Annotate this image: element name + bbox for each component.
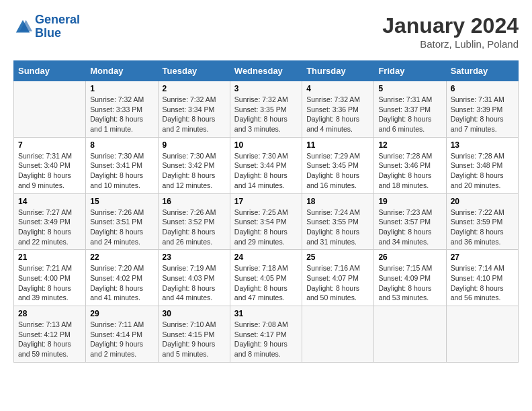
page-header: General Blue January 2024 Batorz, Lublin…: [13, 13, 519, 50]
day-number: 9: [163, 140, 226, 150]
day-number: 26: [378, 253, 441, 262]
calendar-day-cell: 14 Sunrise: 7:27 AMSunset: 3:49 PMDaylig…: [14, 193, 86, 250]
day-number: 6: [451, 84, 514, 93]
day-info: Sunrise: 7:32 AMSunset: 3:36 PMDaylight:…: [306, 95, 369, 134]
day-number: 11: [306, 140, 369, 150]
day-info: Sunrise: 7:18 AMSunset: 4:05 PMDaylight:…: [234, 263, 298, 303]
day-number: 1: [90, 84, 153, 93]
weekday-header-cell: Friday: [374, 61, 446, 81]
day-info: Sunrise: 7:11 AMSunset: 4:14 PMDaylight:…: [90, 320, 153, 359]
day-number: 2: [163, 84, 226, 93]
calendar-day-cell: 23 Sunrise: 7:19 AMSunset: 4:03 PMDaylig…: [158, 250, 230, 306]
day-number: 12: [378, 140, 441, 150]
day-info: Sunrise: 7:10 AMSunset: 4:15 PMDaylight:…: [163, 320, 226, 359]
day-info: Sunrise: 7:13 AMSunset: 4:12 PMDaylight:…: [18, 320, 81, 359]
title-block: January 2024 Batorz, Lublin, Poland: [382, 13, 519, 50]
day-number: 22: [90, 253, 153, 262]
calendar-day-cell: 18 Sunrise: 7:24 AMSunset: 3:55 PMDaylig…: [302, 193, 374, 250]
day-info: Sunrise: 7:26 AMSunset: 3:52 PMDaylight:…: [163, 208, 226, 247]
weekday-header-cell: Wednesday: [230, 61, 302, 81]
weekday-header-cell: Saturday: [446, 61, 518, 81]
day-number: 15: [90, 197, 153, 206]
weekday-header-cell: Monday: [86, 61, 158, 81]
day-info: Sunrise: 7:21 AMSunset: 4:00 PMDaylight:…: [18, 263, 81, 303]
calendar-day-cell: 1 Sunrise: 7:32 AMSunset: 3:33 PMDayligh…: [86, 81, 158, 138]
day-info: Sunrise: 7:15 AMSunset: 4:09 PMDaylight:…: [378, 263, 441, 303]
day-info: Sunrise: 7:19 AMSunset: 4:03 PMDaylight:…: [163, 263, 226, 303]
day-info: Sunrise: 7:24 AMSunset: 3:55 PMDaylight:…: [306, 208, 369, 247]
day-info: Sunrise: 7:30 AMSunset: 3:44 PMDaylight:…: [234, 151, 298, 191]
day-number: 14: [18, 197, 81, 206]
day-info: Sunrise: 7:29 AMSunset: 3:45 PMDaylight:…: [306, 151, 369, 191]
logo: General Blue: [13, 13, 80, 40]
day-number: 24: [234, 253, 298, 262]
day-number: 3: [234, 84, 298, 93]
calendar-day-cell: [374, 306, 446, 363]
calendar-week-row: 14 Sunrise: 7:27 AMSunset: 3:49 PMDaylig…: [14, 193, 519, 250]
day-number: 17: [234, 197, 298, 206]
calendar-week-row: 28 Sunrise: 7:13 AMSunset: 4:12 PMDaylig…: [14, 306, 519, 363]
day-info: Sunrise: 7:30 AMSunset: 3:42 PMDaylight:…: [163, 151, 226, 191]
day-number: 20: [451, 197, 514, 206]
day-number: 28: [18, 309, 81, 318]
calendar-day-cell: 28 Sunrise: 7:13 AMSunset: 4:12 PMDaylig…: [14, 306, 86, 363]
day-info: Sunrise: 7:32 AMSunset: 3:34 PMDaylight:…: [163, 95, 226, 134]
calendar-day-cell: 4 Sunrise: 7:32 AMSunset: 3:36 PMDayligh…: [302, 81, 374, 138]
day-number: 13: [451, 140, 514, 150]
day-number: 18: [306, 197, 369, 206]
logo-icon: [13, 17, 32, 36]
day-info: Sunrise: 7:25 AMSunset: 3:54 PMDaylight:…: [234, 208, 298, 247]
calendar-day-cell: 25 Sunrise: 7:16 AMSunset: 4:07 PMDaylig…: [302, 250, 374, 306]
day-number: 8: [90, 140, 153, 150]
calendar-day-cell: 16 Sunrise: 7:26 AMSunset: 3:52 PMDaylig…: [158, 193, 230, 250]
day-number: 30: [163, 309, 226, 318]
weekday-header-cell: Thursday: [302, 61, 374, 81]
calendar-day-cell: 9 Sunrise: 7:30 AMSunset: 3:42 PMDayligh…: [158, 137, 230, 193]
calendar-day-cell: 17 Sunrise: 7:25 AMSunset: 3:54 PMDaylig…: [230, 193, 302, 250]
day-info: Sunrise: 7:30 AMSunset: 3:41 PMDaylight:…: [90, 151, 153, 191]
calendar-day-cell: 6 Sunrise: 7:31 AMSunset: 3:39 PMDayligh…: [446, 81, 518, 138]
calendar-day-cell: 15 Sunrise: 7:26 AMSunset: 3:51 PMDaylig…: [86, 193, 158, 250]
calendar-day-cell: 20 Sunrise: 7:22 AMSunset: 3:59 PMDaylig…: [446, 193, 518, 250]
calendar-day-cell: 10 Sunrise: 7:30 AMSunset: 3:44 PMDaylig…: [230, 137, 302, 193]
day-info: Sunrise: 7:22 AMSunset: 3:59 PMDaylight:…: [451, 208, 514, 247]
day-info: Sunrise: 7:08 AMSunset: 4:17 PMDaylight:…: [234, 320, 298, 359]
day-number: 31: [234, 309, 298, 318]
day-info: Sunrise: 7:31 AMSunset: 3:39 PMDaylight:…: [451, 95, 514, 134]
calendar-table: SundayMondayTuesdayWednesdayThursdayFrid…: [13, 60, 519, 363]
day-number: 5: [378, 84, 441, 93]
day-number: 23: [163, 253, 226, 262]
calendar-day-cell: 12 Sunrise: 7:28 AMSunset: 3:46 PMDaylig…: [374, 137, 446, 193]
month-year: January 2024: [382, 13, 519, 38]
day-info: Sunrise: 7:32 AMSunset: 3:33 PMDaylight:…: [90, 95, 153, 134]
day-info: Sunrise: 7:20 AMSunset: 4:02 PMDaylight:…: [90, 263, 153, 303]
day-number: 7: [18, 140, 81, 150]
calendar-day-cell: 31 Sunrise: 7:08 AMSunset: 4:17 PMDaylig…: [230, 306, 302, 363]
day-info: Sunrise: 7:28 AMSunset: 3:46 PMDaylight:…: [378, 151, 441, 191]
day-info: Sunrise: 7:28 AMSunset: 3:48 PMDaylight:…: [451, 151, 514, 191]
day-number: 10: [234, 140, 298, 150]
weekday-header-cell: Sunday: [14, 61, 86, 81]
calendar-day-cell: 5 Sunrise: 7:31 AMSunset: 3:37 PMDayligh…: [374, 81, 446, 138]
day-number: 21: [18, 253, 81, 262]
day-number: 19: [378, 197, 441, 206]
calendar-week-row: 21 Sunrise: 7:21 AMSunset: 4:00 PMDaylig…: [14, 250, 519, 306]
day-info: Sunrise: 7:14 AMSunset: 4:10 PMDaylight:…: [451, 263, 514, 303]
day-number: 4: [306, 84, 369, 93]
calendar-day-cell: 3 Sunrise: 7:32 AMSunset: 3:35 PMDayligh…: [230, 81, 302, 138]
calendar-week-row: 7 Sunrise: 7:31 AMSunset: 3:40 PMDayligh…: [14, 137, 519, 193]
day-number: 29: [90, 309, 153, 318]
calendar-day-cell: 13 Sunrise: 7:28 AMSunset: 3:48 PMDaylig…: [446, 137, 518, 193]
location: Batorz, Lublin, Poland: [382, 38, 519, 50]
calendar-day-cell: 21 Sunrise: 7:21 AMSunset: 4:00 PMDaylig…: [14, 250, 86, 306]
calendar-day-cell: 11 Sunrise: 7:29 AMSunset: 3:45 PMDaylig…: [302, 137, 374, 193]
calendar-body: 1 Sunrise: 7:32 AMSunset: 3:33 PMDayligh…: [14, 81, 519, 363]
calendar-day-cell: 30 Sunrise: 7:10 AMSunset: 4:15 PMDaylig…: [158, 306, 230, 363]
calendar-day-cell: 7 Sunrise: 7:31 AMSunset: 3:40 PMDayligh…: [14, 137, 86, 193]
calendar-day-cell: 27 Sunrise: 7:14 AMSunset: 4:10 PMDaylig…: [446, 250, 518, 306]
calendar-day-cell: 22 Sunrise: 7:20 AMSunset: 4:02 PMDaylig…: [86, 250, 158, 306]
day-info: Sunrise: 7:16 AMSunset: 4:07 PMDaylight:…: [306, 263, 369, 303]
day-info: Sunrise: 7:23 AMSunset: 3:57 PMDaylight:…: [378, 208, 441, 247]
calendar-week-row: 1 Sunrise: 7:32 AMSunset: 3:33 PMDayligh…: [14, 81, 519, 138]
day-info: Sunrise: 7:31 AMSunset: 3:40 PMDaylight:…: [18, 151, 81, 191]
